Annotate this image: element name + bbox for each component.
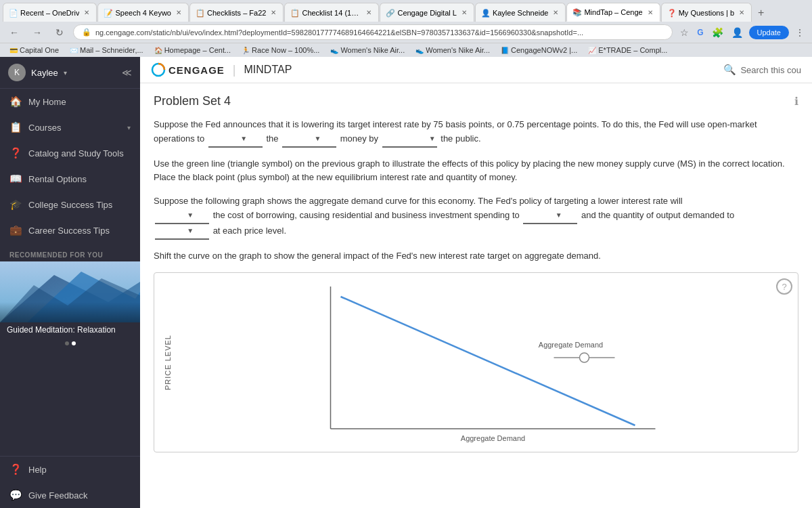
graph-legend-text: Aggregate Demand (539, 341, 603, 349)
search-icon[interactable]: 🔍 (723, 64, 736, 76)
user-info[interactable]: K Kaylee ▾ (8, 64, 67, 81)
sidebar-item-rental-label: Rental Options (28, 174, 131, 184)
bookmark-capitalone-icon: 💳 (9, 47, 18, 54)
new-tab-button[interactable]: + (752, 4, 769, 22)
tab-checklist14[interactable]: 📋 Checklist 14 (11/2 ✕ (284, 3, 379, 22)
sidebar-item-myhome-label: My Home (28, 97, 131, 107)
user-chevron-icon: ▾ (64, 69, 67, 77)
feedback-icon: 💬 (9, 489, 22, 501)
tab-mindtap[interactable]: 📚 MindTap – Cenge ✕ (566, 3, 660, 22)
reload-button[interactable]: ↻ (51, 26, 68, 39)
sidebar-item-myhome[interactable]: 🏠 My Home (0, 89, 140, 114)
recommended-label: RECOMMENDED FOR YOU (0, 246, 140, 261)
bookmark-race-icon: 🏃 (242, 47, 250, 54)
more-icon[interactable]: ⋮ (793, 25, 807, 40)
graph-svg[interactable]: Aggregate Demand Aggregate Demand (175, 280, 791, 445)
y-axis-label: PRICE LEVEL (161, 280, 175, 445)
extensions-icon[interactable]: 🧩 (710, 25, 725, 40)
tab-speech[interactable]: 📝 Speech 4 Keywo ✕ (97, 3, 189, 22)
carousel-dot-2[interactable] (72, 341, 76, 345)
bookmark-nike2[interactable]: 👟 Women's Nike Air... (411, 45, 494, 56)
sidebar-collapse-button[interactable]: ≪ (122, 67, 132, 78)
sidebar-item-career-success[interactable]: 💼 Career Success Tips (0, 217, 140, 243)
tab-close-checklists[interactable]: ✕ (269, 8, 277, 17)
bookmarks-bar: 💳 Capital One ✉️ Mail – Schneider,... 🏠 … (0, 43, 812, 57)
sidebar-item-help[interactable]: ❓ Help (0, 457, 140, 482)
sidebar-item-college-label: College Success Tips (28, 200, 131, 210)
dropdown-6-arrow-icon: ▼ (187, 226, 194, 236)
rental-icon: 📖 (9, 173, 22, 185)
tab-icon-cengage: 🔗 (386, 9, 394, 17)
sidebar-nav: 🏠 My Home 📋 Courses ▾ ❓ Catalog and Stud… (0, 89, 140, 456)
carousel-dot-1[interactable] (65, 341, 69, 345)
bookmark-etrade-label: E*TRADE – Compl... (598, 46, 667, 54)
dropdown-4[interactable]: ▼ (155, 209, 209, 224)
dropdown-5-arrow-icon: ▼ (556, 210, 562, 221)
tab-close-checklist14[interactable]: ✕ (365, 8, 373, 17)
paragraph-3: Suppose the following graph shows the ag… (154, 194, 798, 239)
cost-text: the cost of borrowing, causing residenti… (213, 210, 522, 220)
dropdown-4-arrow-icon: ▼ (187, 210, 194, 221)
toolbar-icons: ☆ G 🧩 👤 Update ⋮ (678, 25, 807, 40)
tab-close-cengage[interactable]: ✕ (460, 8, 468, 17)
tab-close-myquestions[interactable]: ✕ (738, 8, 746, 17)
sidebar-item-rental[interactable]: 📖 Rental Options (0, 166, 140, 192)
bookmark-cengage[interactable]: 📘 CengageNOWv2 |... (497, 45, 581, 56)
tab-label-mindtap: MindTap – Cenge (584, 8, 642, 16)
tab-kaylee[interactable]: 👤 Kaylee Schneide ✕ (475, 3, 566, 22)
bookmark-homepage[interactable]: 🏠 Homepage – Cent... (150, 45, 235, 56)
sidebar-item-feedback[interactable]: 💬 Give Feedback (0, 482, 140, 508)
the-public-text: the public. (441, 133, 480, 144)
bookmark-race[interactable]: 🏃 Race Now – 100%... (238, 45, 323, 56)
recommended-image[interactable] (0, 261, 140, 322)
profile-icon[interactable]: 👤 (729, 25, 745, 40)
url-text: ng.cengage.com/static/nb/ui/evo/index.ht… (95, 28, 583, 37)
bookmark-etrade[interactable]: 📈 E*TRADE – Compl... (584, 45, 671, 56)
tab-close-kaylee[interactable]: ✕ (551, 8, 560, 17)
forward-button[interactable]: → (28, 26, 46, 39)
bookmark-race-label: Race Now – 100%... (252, 46, 319, 54)
sidebar-item-college-success[interactable]: 🎓 College Success Tips (0, 192, 140, 217)
bookmark-nike1[interactable]: 👟 Women's Nike Air... (326, 45, 409, 56)
bookmark-star-icon[interactable]: ☆ (678, 25, 691, 40)
tab-label-kaylee: Kaylee Schneide (493, 9, 549, 17)
app-header: CENGAGE | MINDTAP 🔍 Search this cou (140, 57, 812, 83)
bookmark-nike2-icon: 👟 (415, 47, 424, 54)
google-icon[interactable]: G (695, 26, 705, 39)
the-text: the (266, 133, 281, 144)
back-button[interactable]: ← (5, 26, 23, 39)
tab-icon-mindtap: 📚 (572, 8, 581, 16)
tab-myquestions[interactable]: ❓ My Questions | b ✕ (661, 3, 752, 22)
tab-checklists[interactable]: 📋 Checklists – Fa22 ✕ (189, 3, 284, 22)
paragraph-1: Suppose the Fed announces that it is low… (154, 118, 798, 148)
tab-label-checklist14: Checklist 14 (11/2 (302, 9, 361, 17)
tab-icon-myquestions: ❓ (667, 9, 675, 17)
update-button[interactable]: Update (749, 26, 789, 39)
sidebar-item-catalog-label: Catalog and Study Tools (28, 148, 131, 158)
info-icon[interactable]: ℹ (794, 95, 798, 108)
main-content: CENGAGE | MINDTAP 🔍 Search this cou Prob… (140, 57, 812, 508)
search-area: 🔍 Search this cou (723, 64, 801, 76)
sidebar-item-catalog[interactable]: ❓ Catalog and Study Tools (0, 140, 140, 166)
content-area: Problem Set 4 ℹ Suppose the Fed announce… (140, 83, 812, 508)
dropdown-1[interactable]: ▼ (208, 132, 263, 148)
search-input[interactable]: Search this cou (740, 65, 801, 75)
tab-bar: 📄 Recent – OneDriv ✕ 📝 Speech 4 Keywo ✕ … (0, 0, 812, 22)
sidebar-item-courses[interactable]: 📋 Courses ▾ (0, 114, 140, 140)
dropdown-6[interactable]: ▼ (155, 224, 209, 240)
url-bar[interactable]: 🔒 ng.cengage.com/static/nb/ui/evo/index.… (73, 24, 673, 40)
sidebar: K Kaylee ▾ ≪ 🏠 My Home 📋 Courses ▾ ❓ Cat… (0, 57, 140, 508)
dropdown-2[interactable]: ▼ (282, 132, 336, 148)
dropdown-5[interactable]: ▼ (523, 209, 577, 224)
tab-recent[interactable]: 📄 Recent – OneDriv ✕ (3, 3, 97, 22)
sidebar-header: K Kaylee ▾ ≪ (0, 57, 140, 89)
problem-title: Problem Set 4 ℹ (154, 94, 798, 108)
tab-close-speech[interactable]: ✕ (175, 8, 183, 17)
tab-cengage[interactable]: 🔗 Cengage Digital L ✕ (380, 3, 474, 22)
tab-close-recent[interactable]: ✕ (83, 8, 91, 17)
bookmark-mail[interactable]: ✉️ Mail – Schneider,... (66, 45, 148, 56)
dropdown-3[interactable]: ▼ (382, 132, 437, 148)
tab-close-mindtap[interactable]: ✕ (646, 8, 654, 17)
sidebar-item-help-label: Help (28, 465, 131, 475)
bookmark-capitalone[interactable]: 💳 Capital One (5, 45, 63, 56)
